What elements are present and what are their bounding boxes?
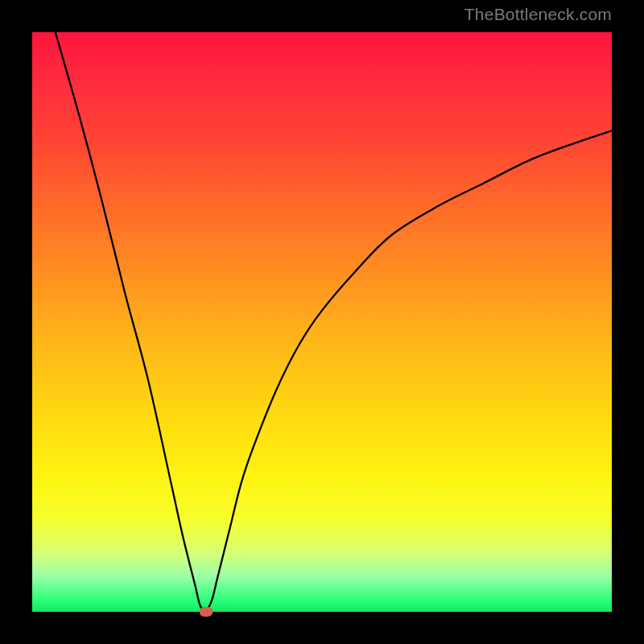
- minimum-marker: [200, 607, 213, 617]
- chart-frame: TheBottleneck.com: [0, 0, 644, 644]
- plot-area: [32, 32, 612, 612]
- curve-right-branch: [206, 130, 612, 612]
- curve-svg: [32, 32, 612, 612]
- watermark-text: TheBottleneck.com: [464, 5, 612, 24]
- curve-left-branch: [56, 32, 206, 612]
